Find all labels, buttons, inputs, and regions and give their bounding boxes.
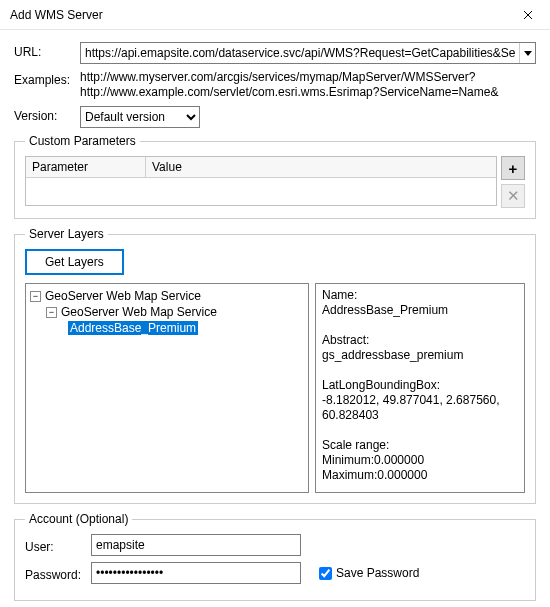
- url-label: URL:: [14, 42, 80, 59]
- server-layers-group: Server Layers Get Layers −GeoServer Web …: [14, 227, 536, 504]
- password-input[interactable]: [91, 562, 301, 584]
- tree-leaf[interactable]: AddressBase_Premium: [28, 320, 306, 336]
- account-legend: Account (Optional): [25, 512, 132, 526]
- user-label: User:: [25, 537, 91, 554]
- tree-child[interactable]: −GeoServer Web Map Service: [28, 304, 306, 320]
- save-password-label[interactable]: Save Password: [315, 564, 419, 583]
- plus-icon: +: [509, 160, 518, 177]
- window-title: Add WMS Server: [10, 8, 505, 22]
- get-layers-button[interactable]: Get Layers: [25, 249, 124, 275]
- tree-leaf-selected: AddressBase_Premium: [68, 321, 198, 335]
- detail-name-label: Name:: [322, 288, 522, 303]
- custom-parameters-legend: Custom Parameters: [25, 134, 140, 148]
- account-group: Account (Optional) User: Password: Save …: [14, 512, 536, 601]
- detail-scale-label: Scale range:: [322, 438, 522, 453]
- custom-parameters-group: Custom Parameters Parameter Value + ✕: [14, 134, 536, 219]
- close-button[interactable]: [505, 0, 550, 30]
- url-combo[interactable]: [80, 42, 536, 64]
- url-input[interactable]: [81, 46, 519, 60]
- remove-parameter-button: ✕: [501, 184, 525, 208]
- collapse-icon[interactable]: −: [46, 307, 57, 318]
- col-value[interactable]: Value: [146, 157, 496, 177]
- version-label: Version:: [14, 106, 80, 123]
- detail-name-value: AddressBase_Premium: [322, 303, 522, 318]
- title-bar: Add WMS Server: [0, 0, 550, 30]
- examples-label: Examples:: [14, 70, 80, 87]
- url-dropdown-button[interactable]: [519, 43, 535, 63]
- collapse-icon[interactable]: −: [30, 291, 41, 302]
- server-layers-legend: Server Layers: [25, 227, 108, 241]
- examples-line1: http://www.myserver.com/arcgis/services/…: [80, 70, 498, 85]
- detail-bbox-value: -8.182012, 49.877041, 2.687560, 60.82840…: [322, 393, 522, 423]
- examples-line2: http://www.example.com/servlet/com.esri.…: [80, 85, 498, 100]
- close-icon: [523, 10, 533, 20]
- detail-abstract-value: gs_addressbase_premium: [322, 348, 522, 363]
- add-parameter-button[interactable]: +: [501, 156, 525, 180]
- save-password-checkbox[interactable]: [319, 567, 332, 580]
- user-input[interactable]: [91, 534, 301, 556]
- detail-scale-min: Minimum:0.000000: [322, 453, 522, 468]
- col-parameter[interactable]: Parameter: [26, 157, 146, 177]
- layers-tree[interactable]: −GeoServer Web Map Service −GeoServer We…: [25, 283, 309, 493]
- layer-details[interactable]: Name: AddressBase_Premium Abstract: gs_a…: [315, 283, 525, 493]
- detail-scale-max: Maximum:0.000000: [322, 468, 522, 483]
- parameters-table[interactable]: Parameter Value: [25, 156, 497, 206]
- svg-marker-2: [524, 51, 532, 56]
- examples-text: http://www.myserver.com/arcgis/services/…: [80, 70, 498, 100]
- detail-bbox-label: LatLongBoundingBox:: [322, 378, 522, 393]
- detail-abstract-label: Abstract:: [322, 333, 522, 348]
- chevron-down-icon: [524, 49, 532, 57]
- password-label: Password:: [25, 565, 91, 582]
- tree-root[interactable]: −GeoServer Web Map Service: [28, 288, 306, 304]
- remove-icon: ✕: [507, 187, 520, 205]
- version-select[interactable]: Default version: [80, 106, 200, 128]
